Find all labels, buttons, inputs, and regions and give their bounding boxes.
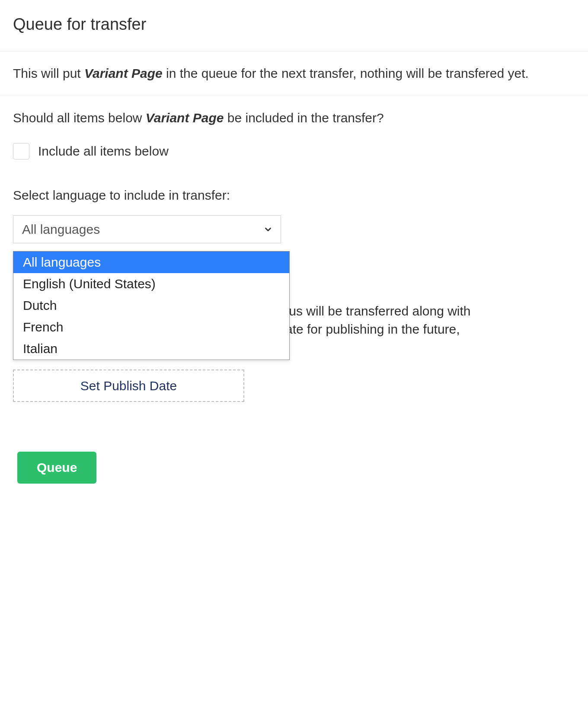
language-option-all[interactable]: All languages [13,252,289,273]
intro-item-name: Variant Page [84,66,163,80]
language-option-french[interactable]: French [13,316,289,338]
include-question-item: Variant Page [146,111,224,125]
publish-date-section: Set Publish Date [0,357,588,402]
language-select-value: All languages [22,220,100,239]
language-option-en-us[interactable]: English (United States) [13,273,289,295]
language-field: Select language to include in transfer: … [0,173,588,357]
include-checkbox-label: Include all items below [38,142,169,160]
set-publish-date-label: Set Publish Date [80,377,177,395]
intro-prefix: This will put [13,66,84,80]
queue-transfer-dialog: Queue for transfer This will put Variant… [0,0,588,484]
dialog-title: Queue for transfer [13,13,575,36]
queue-button[interactable]: Queue [17,452,96,484]
include-question-suffix: be included in the transfer? [224,111,383,125]
include-checkbox[interactable] [13,143,29,159]
dialog-footer: Queue [0,402,588,484]
language-label: Select language to include in transfer: [13,186,575,204]
language-select[interactable]: All languages [13,215,281,243]
intro-section: This will put Variant Page in the queue … [0,51,588,96]
include-question-prefix: Should all items below [13,111,146,125]
language-option-italian[interactable]: Italian [13,338,289,360]
set-publish-date-button[interactable]: Set Publish Date [13,370,244,402]
language-dropdown[interactable]: All languages English (United States) Du… [13,251,290,360]
queue-button-label: Queue [37,460,77,475]
include-question: Should all items below Variant Page be i… [13,109,575,127]
chevron-down-icon [263,225,273,234]
intro-text: This will put Variant Page in the queue … [13,64,575,83]
dialog-header: Queue for transfer [0,0,588,51]
language-option-dutch[interactable]: Dutch [13,295,289,316]
include-section: Should all items below Variant Page be i… [0,96,588,173]
include-checkbox-row[interactable]: Include all items below [13,142,575,160]
intro-suffix: in the queue for the next transfer, noth… [163,66,529,80]
